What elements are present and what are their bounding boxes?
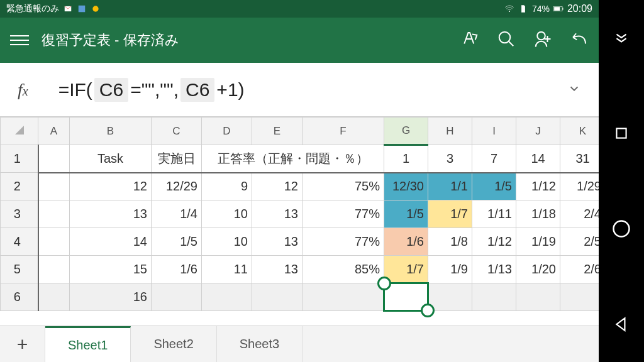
table-row[interactable]: 21212/2991275%12/301/11/51/121/29	[1, 173, 599, 200]
cell[interactable]: 13	[252, 256, 303, 283]
header-cell[interactable]: Task	[70, 145, 152, 173]
cell[interactable]	[303, 283, 384, 311]
table-row[interactable]: 4141/5101377%1/61/81/121/192/5	[1, 228, 599, 256]
cell[interactable]: 1/19	[516, 228, 560, 256]
row-header[interactable]: 1	[1, 145, 38, 173]
cell[interactable]: 11	[202, 256, 252, 283]
cell[interactable]: 12/30	[384, 173, 428, 200]
cell[interactable]: 12	[252, 173, 303, 200]
cell[interactable]: 2/4	[560, 200, 599, 228]
cell[interactable]: 1/7	[428, 200, 472, 228]
add-sheet-button[interactable]: +	[0, 326, 45, 362]
cell[interactable]: 1/18	[516, 200, 560, 228]
cell[interactable]: 12/29	[152, 173, 202, 200]
cell[interactable]: 1/5	[472, 173, 516, 200]
col-header[interactable]: I	[472, 118, 516, 145]
col-header[interactable]: H	[428, 118, 472, 145]
cell-ref[interactable]: C6	[180, 78, 214, 102]
table-row[interactable]: 5151/6111385%1/71/91/131/202/6	[1, 256, 599, 283]
cell[interactable]	[38, 200, 70, 228]
selected-cell[interactable]	[384, 283, 428, 311]
cell[interactable]	[38, 173, 70, 200]
col-header[interactable]: C	[152, 118, 202, 145]
cell[interactable]: 1/29	[560, 173, 599, 200]
back-button[interactable]	[609, 312, 634, 337]
sheet-tab[interactable]: Sheet2	[131, 326, 216, 362]
cell[interactable]: 1/1	[428, 173, 472, 200]
cell[interactable]: 14	[70, 228, 152, 256]
cell[interactable]	[560, 283, 599, 311]
row-header[interactable]: 5	[1, 256, 38, 283]
home-button[interactable]	[609, 216, 634, 241]
cell[interactable]: 15	[70, 256, 152, 283]
cell[interactable]: 1/6	[152, 256, 202, 283]
undo-button[interactable]	[570, 30, 589, 51]
cell[interactable]: 1/12	[472, 228, 516, 256]
cell-ref[interactable]: C6	[94, 78, 128, 102]
cell[interactable]: 1/7	[384, 256, 428, 283]
cell[interactable]: 10	[202, 200, 252, 228]
col-header-selected[interactable]: G	[384, 118, 428, 145]
cell[interactable]: 1/6	[384, 228, 428, 256]
cell[interactable]: 1/5	[152, 228, 202, 256]
cell[interactable]	[472, 283, 516, 311]
cell[interactable]: 2/6	[560, 256, 599, 283]
cell[interactable]: 16	[70, 283, 152, 311]
table-row[interactable]: 3131/4101377%1/51/71/111/182/4	[1, 200, 599, 228]
cell[interactable]	[38, 228, 70, 256]
col-header[interactable]: E	[252, 118, 303, 145]
row-header[interactable]: 6	[1, 283, 38, 311]
cell[interactable]: 1/12	[516, 173, 560, 200]
cell[interactable]: 1/9	[428, 256, 472, 283]
expand-down-icon[interactable]	[609, 25, 634, 50]
col-header[interactable]: B	[70, 118, 152, 145]
cell[interactable]: 1/8	[428, 228, 472, 256]
select-all-corner[interactable]	[1, 118, 38, 145]
cell[interactable]: 1/13	[472, 256, 516, 283]
col-header[interactable]: J	[516, 118, 560, 145]
row-header[interactable]: 2	[1, 173, 38, 200]
cell[interactable]: 1/4	[152, 200, 202, 228]
col-header[interactable]: D	[202, 118, 252, 145]
selection-handle[interactable]	[421, 304, 435, 317]
recent-apps-button[interactable]	[609, 121, 634, 146]
header-cell[interactable]: 正答率（正解・問題・％）	[202, 145, 384, 173]
selection-handle[interactable]	[377, 277, 391, 290]
cell[interactable]: 77%	[303, 200, 384, 228]
sheet-tab[interactable]: Sheet1	[45, 326, 131, 362]
cell[interactable]: 1/20	[516, 256, 560, 283]
cell[interactable]: 10	[202, 228, 252, 256]
col-header[interactable]: A	[38, 118, 70, 145]
share-button[interactable]	[533, 30, 552, 51]
col-header[interactable]: K	[560, 118, 599, 145]
table-row[interactable]: 616	[1, 283, 599, 311]
cell[interactable]: 12	[70, 173, 152, 200]
cell[interactable]: 85%	[303, 256, 384, 283]
row-header[interactable]: 3	[1, 200, 38, 228]
cell[interactable]: 2/5	[560, 228, 599, 256]
cell[interactable]	[516, 283, 560, 311]
cell[interactable]	[152, 283, 202, 311]
cell[interactable]	[38, 283, 70, 311]
header-cell[interactable]: 14	[516, 145, 560, 173]
cell[interactable]: 1/5	[384, 200, 428, 228]
cell[interactable]	[252, 283, 303, 311]
font-format-button[interactable]	[460, 30, 479, 51]
column-headers[interactable]: A B C D E F G H I J K	[1, 118, 599, 145]
cell[interactable]	[202, 283, 252, 311]
cell[interactable]: 13	[70, 200, 152, 228]
cell[interactable]: 1/11	[472, 200, 516, 228]
cell[interactable]: 9	[202, 173, 252, 200]
cell[interactable]: 77%	[303, 228, 384, 256]
cell[interactable]: 75%	[303, 173, 384, 200]
sheet-tab[interactable]: Sheet3	[217, 326, 303, 362]
menu-button[interactable]	[10, 31, 29, 50]
cell[interactable]: 13	[252, 200, 303, 228]
header-cell[interactable]: 3	[428, 145, 472, 173]
spreadsheet-grid[interactable]: A B C D E F G H I J K 1 Task 実施日 正答率（正解・…	[0, 117, 599, 326]
cell[interactable]	[38, 256, 70, 283]
header-cell[interactable]: 実施日	[152, 145, 202, 173]
table-row[interactable]: 1 Task 実施日 正答率（正解・問題・％） 1 3 7 14 31	[1, 145, 599, 173]
col-header[interactable]: F	[303, 118, 384, 145]
cell[interactable]: 13	[252, 228, 303, 256]
